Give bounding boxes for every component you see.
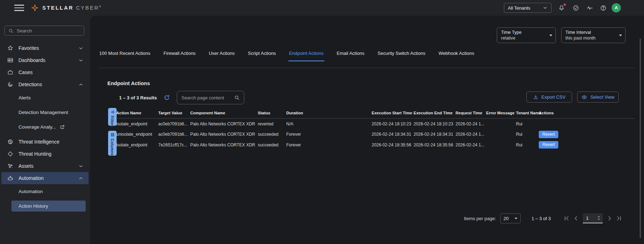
next-page-icon[interactable]: [606, 215, 613, 222]
time-type-value: relative: [501, 35, 546, 41]
sidebar-item-coverage-analysis[interactable]: Coverage Analy...: [0, 120, 90, 134]
sidebar-item-threat-hunting[interactable]: Threat Hunting: [0, 148, 90, 160]
filter-funnel-icon: [111, 110, 115, 114]
sidebar-item-label: Detections: [18, 82, 42, 87]
column-header-component-name[interactable]: Component Name: [190, 111, 258, 115]
sidebar-item-threat-intelligence[interactable]: Threat Intelligence: [0, 136, 90, 148]
last-page-icon[interactable]: [615, 215, 622, 222]
page-spinner-icon[interactable]: [596, 215, 601, 221]
page-number-input[interactable]: [586, 216, 595, 221]
column-header-tenant-name[interactable]: Tenant Name: [516, 111, 539, 115]
sidebar-item-label: Favorites: [18, 45, 39, 51]
menu-icon[interactable]: [14, 5, 24, 11]
sidebar-item-label: Coverage Analy...: [18, 124, 56, 130]
tab-endpoint-actions[interactable]: Endpoint Actions: [288, 46, 324, 61]
column-header-actions[interactable]: Actions: [539, 111, 635, 115]
sidebar-item-label: Detection Management: [18, 110, 68, 115]
sidebar-item-favorites[interactable]: Favorites: [0, 42, 90, 54]
sidebar-item-automation-sub[interactable]: Automation: [0, 184, 90, 199]
sidebar: Favorites Dashboards Cases Detecti: [0, 16, 90, 244]
system-health-pulse-icon[interactable]: [586, 5, 593, 11]
caret-down-icon: [515, 218, 517, 219]
tab-script-actions[interactable]: Script Actions: [247, 46, 277, 61]
first-page-icon[interactable]: [563, 215, 570, 222]
sidebar-item-automation[interactable]: Automation: [1, 172, 89, 184]
cell-request-time: 2026-02-24 1...: [456, 132, 486, 137]
sidebar-item-detection-management[interactable]: Detection Management: [0, 105, 90, 120]
cell-request-time: 2026-02-24 1...: [456, 142, 486, 147]
column-header-request-time[interactable]: Request Time: [456, 111, 486, 115]
sidebar-item-assets[interactable]: Assets: [0, 160, 90, 172]
brand-logo: STELLAR CYBER®: [31, 0, 101, 16]
column-header-target-value[interactable]: Target Value: [158, 111, 190, 115]
column-header-error-message[interactable]: Error Message: [486, 111, 516, 115]
sidebar-item-cases[interactable]: Cases: [0, 66, 90, 78]
notifications-bell-icon[interactable]: [558, 4, 566, 12]
sidebar-item-alerts[interactable]: Alerts: [0, 90, 90, 105]
revert-button[interactable]: Revert: [539, 141, 558, 149]
column-header-execution-end-time[interactable]: Execution End Time: [414, 111, 456, 115]
tab-firewall-actions[interactable]: Firewall Actions: [163, 46, 196, 61]
tenant-selector[interactable]: All Tenants: [504, 3, 552, 13]
cell-execution-end-time: 2026-02-24 18:34:31: [414, 132, 456, 137]
time-interval-select[interactable]: Time Interval this past month: [561, 27, 626, 43]
cell-target-value: ac0eb7091b6...: [158, 121, 190, 126]
user-avatar[interactable]: A: [612, 3, 621, 12]
previous-page-icon[interactable]: [573, 215, 580, 222]
sidebar-item-label: Cases: [18, 69, 33, 75]
cell-execution-start-time: 2026-02-24 18:10:23: [372, 121, 414, 126]
sidebar-item-detections[interactable]: Detections: [0, 78, 90, 90]
star-icon: [7, 45, 14, 51]
time-type-label: Time Type: [501, 30, 546, 35]
tenant-selector-value: All Tenants: [508, 5, 530, 11]
columns-button[interactable]: Columns: [108, 131, 117, 156]
revert-button[interactable]: Revert: [539, 131, 558, 138]
tasks-check-icon[interactable]: [573, 5, 579, 11]
sidebar-search-input[interactable]: [17, 28, 80, 33]
cell-component-name: Palo Alto Networks CORTEX XDR: [190, 132, 258, 137]
sidebar-item-label: Automation: [18, 189, 43, 194]
chevron-down-icon: [543, 5, 548, 10]
page-content-search-input[interactable]: [181, 95, 231, 100]
column-header-status[interactable]: Status: [258, 111, 286, 115]
items-per-page-select[interactable]: 20: [500, 213, 521, 223]
column-header-duration[interactable]: Duration: [286, 111, 372, 115]
time-type-select[interactable]: Time Type relative: [497, 27, 556, 43]
items-per-page-label: Items per page:: [464, 216, 496, 221]
filters-button-label: Filters: [110, 116, 115, 128]
help-icon[interactable]: [600, 5, 607, 11]
cell-action-name: isolate_endpoint: [116, 121, 158, 126]
scrollbar[interactable]: [640, 38, 641, 238]
table-row: isolate_endpointac0eb7091b6...Palo Alto …: [116, 119, 635, 129]
filters-button[interactable]: Filters: [108, 108, 117, 126]
sidebar-item-label: Threat Intelligence: [18, 139, 59, 145]
cell-component-name: Palo Alto Networks CORTEX XDR: [190, 142, 258, 147]
cell-status: succeeded: [258, 132, 286, 137]
sidebar-item-action-history[interactable]: Action History: [11, 201, 86, 212]
time-interval-label: Time Interval: [565, 30, 616, 35]
chevron-up-icon: [78, 82, 84, 87]
cell-status: reverted: [258, 121, 286, 126]
cell-actions: Revert: [539, 141, 635, 149]
page-number-field[interactable]: [583, 213, 603, 223]
sidebar-item-dashboards[interactable]: Dashboards: [0, 54, 90, 66]
refresh-icon[interactable]: [163, 94, 170, 101]
tabs: 100 Most Recent ActionsFirewall ActionsU…: [99, 46, 475, 61]
tab-email-actions[interactable]: Email Actions: [336, 46, 365, 61]
tab-security-switch-actions[interactable]: Security Switch Actions: [377, 46, 426, 61]
tab-webhook-actions[interactable]: Webhook Actions: [438, 46, 475, 61]
select-view-button[interactable]: Select View: [577, 92, 619, 103]
columns-button-label: Columns: [110, 139, 115, 156]
cell-duration: Forever: [286, 142, 372, 147]
tab-100-most-recent-actions[interactable]: 100 Most Recent Actions: [99, 46, 151, 61]
page-title: Endpoint Actions: [107, 81, 150, 86]
column-header-execution-start-time[interactable]: Execution Start Time: [372, 111, 414, 115]
column-header-action-name[interactable]: Action Name: [116, 111, 158, 115]
detections-spiral-icon: [7, 81, 14, 88]
page-content-search[interactable]: [177, 91, 244, 104]
sidebar-search[interactable]: [4, 26, 84, 36]
caret-down-icon: [549, 35, 552, 36]
tab-user-actions[interactable]: User Actions: [208, 46, 235, 61]
export-csv-button[interactable]: Export CSV: [526, 92, 572, 103]
sidebar-item-label: Action History: [18, 203, 48, 209]
